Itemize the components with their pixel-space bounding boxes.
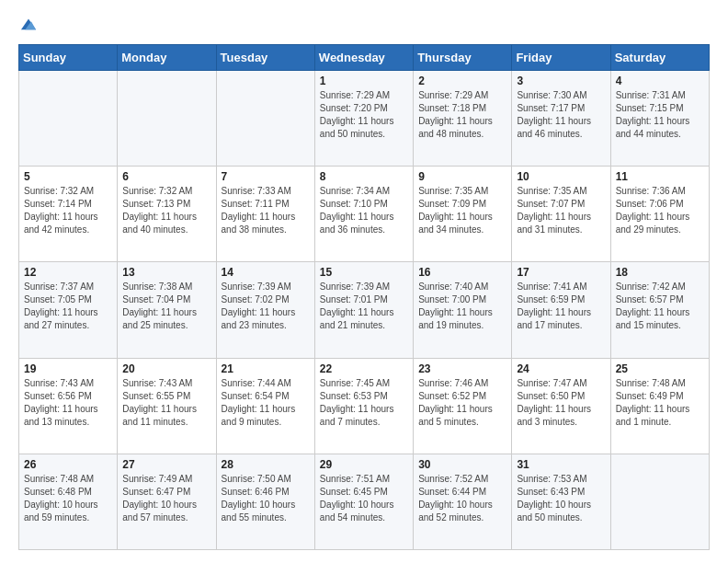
day-info: Sunrise: 7:53 AMSunset: 6:43 PMDaylight:…	[517, 473, 605, 524]
day-info: Sunrise: 7:39 AMSunset: 7:01 PMDaylight:…	[320, 281, 408, 332]
calendar-cell: 25Sunrise: 7:48 AMSunset: 6:49 PMDayligh…	[610, 358, 709, 454]
day-info: Sunrise: 7:51 AMSunset: 6:45 PMDaylight:…	[320, 473, 408, 524]
day-info: Sunrise: 7:48 AMSunset: 6:49 PMDaylight:…	[616, 377, 704, 429]
calendar-body: 1Sunrise: 7:29 AMSunset: 7:20 PMDaylight…	[19, 71, 710, 550]
calendar-cell: 16Sunrise: 7:40 AMSunset: 7:00 PMDayligh…	[414, 262, 512, 358]
day-number: 25	[616, 362, 704, 375]
calendar-header: Sunday Monday Tuesday Wednesday Thursday…	[19, 45, 710, 71]
day-info: Sunrise: 7:37 AMSunset: 7:05 PMDaylight:…	[24, 281, 112, 332]
calendar-cell: 5Sunrise: 7:32 AMSunset: 7:14 PMDaylight…	[19, 167, 118, 262]
calendar-cell: 24Sunrise: 7:47 AMSunset: 6:50 PMDayligh…	[512, 358, 610, 454]
day-info: Sunrise: 7:31 AMSunset: 7:15 PMDaylight:…	[616, 89, 704, 141]
day-info: Sunrise: 7:36 AMSunset: 7:06 PMDaylight:…	[616, 185, 704, 236]
day-number: 1	[320, 75, 408, 87]
day-info: Sunrise: 7:35 AMSunset: 7:09 PMDaylight:…	[418, 185, 506, 236]
calendar-cell: 21Sunrise: 7:44 AMSunset: 6:54 PMDayligh…	[216, 358, 314, 454]
calendar-cell: 18Sunrise: 7:42 AMSunset: 6:57 PMDayligh…	[610, 262, 709, 358]
calendar-cell: 26Sunrise: 7:48 AMSunset: 6:48 PMDayligh…	[19, 454, 118, 549]
day-number: 31	[517, 458, 605, 471]
day-info: Sunrise: 7:42 AMSunset: 6:57 PMDaylight:…	[616, 281, 704, 332]
week-row-3: 12Sunrise: 7:37 AMSunset: 7:05 PMDayligh…	[19, 262, 710, 358]
day-info: Sunrise: 7:39 AMSunset: 7:02 PMDaylight:…	[222, 281, 310, 332]
day-info: Sunrise: 7:34 AMSunset: 7:10 PMDaylight:…	[320, 185, 408, 236]
col-saturday: Saturday	[610, 45, 709, 71]
col-thursday: Thursday	[414, 45, 512, 71]
day-info: Sunrise: 7:50 AMSunset: 6:46 PMDaylight:…	[222, 473, 310, 524]
calendar-cell: 27Sunrise: 7:49 AMSunset: 6:47 PMDayligh…	[118, 454, 216, 549]
day-info: Sunrise: 7:32 AMSunset: 7:14 PMDaylight:…	[24, 185, 112, 236]
day-info: Sunrise: 7:30 AMSunset: 7:17 PMDaylight:…	[517, 89, 605, 141]
day-info: Sunrise: 7:48 AMSunset: 6:48 PMDaylight:…	[24, 473, 112, 524]
calendar-cell: 12Sunrise: 7:37 AMSunset: 7:05 PMDayligh…	[19, 262, 118, 358]
calendar-cell: 15Sunrise: 7:39 AMSunset: 7:01 PMDayligh…	[314, 262, 413, 358]
col-tuesday: Tuesday	[216, 45, 314, 71]
calendar-cell: 6Sunrise: 7:32 AMSunset: 7:13 PMDaylight…	[118, 167, 216, 262]
day-number: 10	[517, 170, 605, 183]
day-info: Sunrise: 7:45 AMSunset: 6:53 PMDaylight:…	[320, 377, 408, 429]
calendar-cell: 29Sunrise: 7:51 AMSunset: 6:45 PMDayligh…	[314, 454, 413, 549]
day-number: 26	[24, 458, 112, 471]
col-friday: Friday	[512, 45, 610, 71]
calendar-cell: 11Sunrise: 7:36 AMSunset: 7:06 PMDayligh…	[610, 167, 709, 262]
calendar-cell: 9Sunrise: 7:35 AMSunset: 7:09 PMDaylight…	[414, 167, 512, 262]
day-info: Sunrise: 7:40 AMSunset: 7:00 PMDaylight:…	[418, 281, 506, 332]
day-number: 13	[122, 266, 210, 279]
col-monday: Monday	[118, 45, 216, 71]
day-info: Sunrise: 7:49 AMSunset: 6:47 PMDaylight:…	[122, 473, 210, 524]
day-info: Sunrise: 7:29 AMSunset: 7:18 PMDaylight:…	[418, 89, 506, 141]
day-number: 16	[418, 266, 506, 279]
day-number: 9	[418, 170, 506, 183]
calendar-cell: 1Sunrise: 7:29 AMSunset: 7:20 PMDaylight…	[314, 71, 413, 167]
col-wednesday: Wednesday	[314, 45, 413, 71]
calendar-cell	[610, 454, 709, 549]
day-info: Sunrise: 7:47 AMSunset: 6:50 PMDaylight:…	[517, 377, 605, 429]
day-info: Sunrise: 7:33 AMSunset: 7:11 PMDaylight:…	[222, 185, 310, 236]
week-row-1: 1Sunrise: 7:29 AMSunset: 7:20 PMDaylight…	[19, 71, 710, 167]
calendar-cell: 30Sunrise: 7:52 AMSunset: 6:44 PMDayligh…	[414, 454, 512, 549]
day-number: 17	[517, 266, 605, 279]
day-number: 20	[122, 362, 210, 375]
day-number: 19	[24, 362, 112, 375]
day-number: 12	[24, 266, 112, 279]
day-info: Sunrise: 7:41 AMSunset: 6:59 PMDaylight:…	[517, 281, 605, 332]
calendar-cell: 3Sunrise: 7:30 AMSunset: 7:17 PMDaylight…	[512, 71, 610, 167]
day-number: 18	[616, 266, 704, 279]
week-row-5: 26Sunrise: 7:48 AMSunset: 6:48 PMDayligh…	[19, 454, 710, 549]
day-number: 3	[517, 75, 605, 87]
day-number: 23	[418, 362, 506, 375]
header	[18, 17, 710, 35]
page: Sunday Monday Tuesday Wednesday Thursday…	[0, 0, 728, 563]
day-number: 8	[320, 170, 408, 183]
day-info: Sunrise: 7:32 AMSunset: 7:13 PMDaylight:…	[122, 185, 210, 236]
day-info: Sunrise: 7:35 AMSunset: 7:07 PMDaylight:…	[517, 185, 605, 236]
day-number: 21	[222, 362, 310, 375]
day-number: 28	[222, 458, 310, 471]
logo	[18, 17, 42, 35]
calendar-cell	[118, 71, 216, 167]
calendar-cell: 28Sunrise: 7:50 AMSunset: 6:46 PMDayligh…	[216, 454, 314, 549]
calendar-cell: 17Sunrise: 7:41 AMSunset: 6:59 PMDayligh…	[512, 262, 610, 358]
day-number: 24	[517, 362, 605, 375]
week-row-2: 5Sunrise: 7:32 AMSunset: 7:14 PMDaylight…	[19, 167, 710, 262]
day-number: 29	[320, 458, 408, 471]
day-number: 5	[24, 170, 112, 183]
calendar-cell: 13Sunrise: 7:38 AMSunset: 7:04 PMDayligh…	[118, 262, 216, 358]
calendar-cell: 22Sunrise: 7:45 AMSunset: 6:53 PMDayligh…	[314, 358, 413, 454]
logo-icon	[18, 15, 39, 35]
calendar-cell: 23Sunrise: 7:46 AMSunset: 6:52 PMDayligh…	[414, 358, 512, 454]
calendar-cell: 31Sunrise: 7:53 AMSunset: 6:43 PMDayligh…	[512, 454, 610, 549]
calendar-cell: 10Sunrise: 7:35 AMSunset: 7:07 PMDayligh…	[512, 167, 610, 262]
calendar-cell	[216, 71, 314, 167]
day-number: 11	[616, 170, 704, 183]
day-info: Sunrise: 7:52 AMSunset: 6:44 PMDaylight:…	[418, 473, 506, 524]
day-number: 7	[222, 170, 310, 183]
day-number: 4	[616, 75, 704, 87]
day-info: Sunrise: 7:46 AMSunset: 6:52 PMDaylight:…	[418, 377, 506, 429]
calendar-cell: 7Sunrise: 7:33 AMSunset: 7:11 PMDaylight…	[216, 167, 314, 262]
calendar-cell: 4Sunrise: 7:31 AMSunset: 7:15 PMDaylight…	[610, 71, 709, 167]
calendar-cell: 8Sunrise: 7:34 AMSunset: 7:10 PMDaylight…	[314, 167, 413, 262]
day-number: 15	[320, 266, 408, 279]
day-number: 14	[222, 266, 310, 279]
day-number: 30	[418, 458, 506, 471]
col-sunday: Sunday	[19, 45, 118, 71]
